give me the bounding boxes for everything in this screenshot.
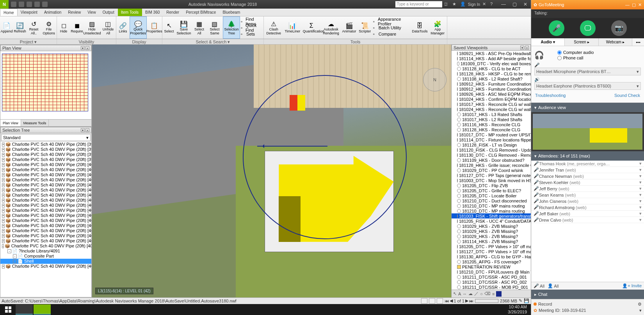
saved-viewpoint-item[interactable]: 181128_HKS - HKSP - CLG to be removed [452,71,531,76]
saved-viewpoint-item[interactable]: 181024_HKS - Reconcile CLG w/ wall layou… [452,107,531,112]
dim-icon[interactable]: ↔ [463,292,467,296]
saved-viewpoint-item[interactable]: 181205_DTC - Grille to ELEC? [452,188,531,193]
thickness-icon[interactable]: ≡ [492,292,495,296]
tree-item[interactable]: +📦 Charlotte PVC Sch 40 DWV Pipe (20ft) … [0,264,91,269]
ribbon-tab-review[interactable]: Review [65,9,84,16]
last-icon[interactable]: ⏭ [469,299,473,303]
file-options-button[interactable]: ⚙File Options [41,16,57,39]
app-logo[interactable]: N [0,0,9,9]
refresh-button[interactable]: 🔄Refresh [13,16,27,39]
attendee-row[interactable]: 🎤John Cisneros (web)▾ [531,198,644,204]
chevron-down-icon[interactable]: ▾ [639,211,642,216]
taskbar-app-explorer[interactable] [16,304,33,315]
gtm-tab-screen[interactable]: Screen ▸ [565,38,598,46]
saved-viewpoint-item[interactable]: 181108_HKS - L2 Rated Shaft? [452,76,531,81]
saved-viewpoint-item[interactable]: 181205_DTC - PP Valves > 10" off main [452,244,531,249]
saved-viewpoint-item[interactable]: 181130_AFPG - CLG to be GYP - Hard Pipe [452,254,531,259]
append-button[interactable]: 📄Append [0,16,13,39]
attendees-list[interactable]: 🎤Thomas Hook (me, presenter, orga…▾🎤Jenn… [531,161,644,282]
gear-icon[interactable]: ⚙ [638,302,642,307]
tree-item[interactable]: +📦 Charlotte PVC Sch 40 DWV Pipe (20ft) … [0,172,91,177]
gtm-titlebar[interactable]: ✿ GoToMeeting — ▢ ✕ [531,0,644,9]
webcam-button[interactable]: 📷 [611,20,627,36]
saved-viewpoint-folder[interactable]: PENETRATION REVIEW [452,264,531,269]
gtm-tab-more[interactable]: ••• [632,38,644,46]
saved-viewpoint-item[interactable]: 181130_DTC - CLG Removed - Remove Flex [452,152,531,158]
saved-viewpoints-list[interactable]: 180921_HKS - ASC Pre-Op Headwall Coordin… [452,51,531,290]
minimize-button[interactable]: — [498,0,509,9]
infocenter-icon[interactable]: ⍰ [445,2,450,7]
saved-viewpoint-item[interactable]: 181116_HKS - Reconcile CLG [452,122,531,127]
saved-viewpoint-item[interactable]: 181109_HKS - Door obstructed? [452,158,531,163]
start-button[interactable] [2,304,15,315]
sound-check-link[interactable]: Sound Check [614,93,640,98]
chevron-down-icon[interactable]: ▾ [639,180,642,185]
saved-viewpoint-item[interactable]: 180926_HKS - ASC Med EQPM Placement [452,91,531,97]
hide-button[interactable]: ◻Hide [57,16,70,39]
ellipse-icon[interactable]: ○ [480,292,483,296]
tree-item[interactable]: +📦 Charlotte PVC Sch 40 DWV Pipe (20ft) … [0,188,91,193]
hide-unselected-button[interactable]: ▨Hide Unselected [84,16,100,39]
gtm-maximize-button[interactable]: ▢ [632,2,636,7]
close-icon[interactable]: x [85,46,89,50]
ribbon-tab-bim-360[interactable]: BIM 360 [142,9,163,16]
system-clock[interactable]: 10:40 AM 3/26/2019 [508,304,529,315]
chat-header[interactable]: ▸Chat [531,290,644,299]
saved-viewpoint-item[interactable]: 181009_DTC - Verify elec wall boxes [452,61,531,66]
saved-viewpoint-item[interactable]: 181114_DTC - Fixture locations flipped f… [452,137,531,142]
selection-tree-button[interactable]: 🌲Selection Tree [223,16,240,39]
saved-viewpoint-item[interactable]: 181017_HKS - Reconcile CLG w/ wall layou… [452,102,531,107]
clash-detective-button[interactable]: ⚠Clash Detective [264,16,283,39]
chevron-down-icon[interactable]: ▾ [639,174,642,179]
ribbon-tab-viewpoint[interactable]: Viewpoint [18,9,41,16]
tree-item[interactable]: +📦 Charlotte PVC Sch 40 DWV Pipe (20ft) … [0,167,91,172]
speaker-device-select[interactable]: Headset Earphone (Plantronics BT600)▾ [534,82,641,90]
saved-viewpoint-item[interactable]: 181120_FISK - CLG Removed - Update LTs [452,147,531,152]
selection-tree-mode-dropdown[interactable]: Standard▾ [1,134,91,141]
viewport-3d[interactable]: N L3(115)-6(14) : LEVEL 01 (42) [92,45,451,297]
mute-all-mic[interactable]: 🎤 [534,283,539,288]
color-icon[interactable] [496,291,502,297]
sets-button[interactable]: ▫Sets [241,31,263,37]
computer-audio-radio[interactable]: Computer audio [557,50,594,55]
gtm-tab-webcam[interactable]: Webcam ▸ [599,38,632,46]
saved-viewpoint-item[interactable]: 181210_DTC - FPU/Louvers @ Main VST; rev… [452,269,531,274]
tree-item[interactable]: +📦 Charlotte PVC Sch 40 DWV Pipe (20ft) … [0,228,91,233]
ribbon-tab-home[interactable]: Home [0,9,18,16]
tree-item[interactable]: +📦 Charlotte PVC Sch 40 DWV Pipe (20ft) … [0,162,91,167]
select-button[interactable]: ↖Select [162,16,176,39]
sb-pane1-button[interactable] [421,298,427,304]
plan-view-header[interactable]: Plan View ▾x [0,45,91,51]
ribbon-tab-animation[interactable]: Animation [41,9,65,16]
saved-viewpoint-item[interactable]: 181029_HKS - ZVB Missing? [452,234,531,239]
tree-item[interactable]: +📦 Charlotte PVC Sch 40 DWV Pipe (20ft) … [0,208,91,213]
saved-viewpoint-item[interactable]: 181205_DTC - Locate Boiler [452,193,531,198]
animator-button[interactable]: 🎬Animator [341,16,358,39]
qat-select-icon[interactable] [42,2,48,7]
plan-view-canvas[interactable] [0,51,91,119]
pin-icon[interactable]: ▾ [81,46,85,50]
tree-item[interactable]: +📦 Charlotte PVC Sch 40 DWV Pipe (20ft) … [0,213,91,218]
quick-find-button[interactable]: ▫Quick Find [241,25,263,30]
prev-icon[interactable]: ◀ [450,298,453,303]
mute-button[interactable]: 🎤 [549,20,564,36]
batch-utility-button[interactable]: ▫Batch Utility [373,25,411,30]
appearance-profiler-button[interactable]: ▫Appearance Profiler [373,18,411,24]
line-icon[interactable]: ／ [474,291,479,297]
search-input[interactable]: Type a keyword or phrase [395,1,442,7]
audience-view-header[interactable]: ▾Audience view [531,103,644,112]
chevron-down-icon[interactable]: ▾ [639,308,642,313]
text-icon[interactable]: A [458,292,461,296]
save-selection-button[interactable]: 💾Save Selection [176,16,192,39]
saved-viewpoint-item[interactable]: 181211_DTC/SSR - ASC PD_002 [452,279,531,285]
saved-viewpoint-item[interactable]: 181017_HKS - L2 Rated Shafts [452,117,531,122]
properties-button[interactable]: 📋Properties [147,16,162,39]
saved-viewpoint-item[interactable]: 181029_HKS - ZVB Missing? [452,224,531,229]
qat-undo-icon[interactable] [27,2,32,7]
invite-link[interactable]: 👤+ Invite [622,283,642,288]
saved-viewpoints-header[interactable]: Saved Viewpoints ▾x [452,45,531,51]
sb-pane2-button[interactable] [429,298,435,304]
selection-tree-header[interactable]: Selection Tree ▾x [0,127,91,133]
saved-viewpoint-item[interactable]: 181205_DTC - Flip ZVB [452,183,531,188]
saved-viewpoint-item[interactable]: 181128_FISK - LT vs Design [452,142,531,147]
